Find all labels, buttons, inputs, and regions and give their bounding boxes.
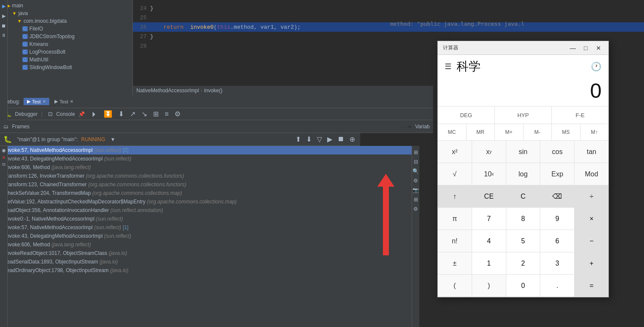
thread-action-filter[interactable]: ▽ (315, 135, 324, 143)
calc-btn-mup[interactable]: M↑ (581, 124, 609, 140)
thread-dropdown-button[interactable]: ▼ (110, 136, 115, 142)
calc-btn-mc[interactable]: MC (438, 124, 466, 140)
panel-icon-settings[interactable]: ⚙ (413, 178, 418, 184)
calc-btn-9[interactable]: 9 (540, 208, 575, 230)
calc-btn-rparen[interactable]: ) (472, 275, 506, 297)
calc-menu-icon[interactable]: ☰ (445, 62, 451, 71)
calc-btn-xy[interactable]: xy (472, 141, 506, 163)
panel-icon-photo[interactable]: 📷 (412, 187, 419, 193)
step-out-button[interactable]: ↗ (128, 109, 137, 119)
stack-frame[interactable]: invoke:43, DelegatingMethodAccessorImpl … (0, 232, 412, 240)
thread-action-play[interactable]: ▶ (325, 135, 334, 143)
calc-btn-log[interactable]: log (506, 163, 541, 185)
console-pin-button[interactable]: 📌 (77, 110, 87, 118)
calc-history-icon[interactable]: 🕐 (591, 61, 602, 72)
calc-minimize-button[interactable]: — (568, 43, 578, 53)
stack-frame[interactable]: transform:126, InvokerTransformer (org.a… (0, 172, 412, 180)
breadcrumb-item[interactable]: invoke() (204, 88, 223, 94)
panel-icon-search[interactable]: 🔍 (412, 168, 419, 174)
calc-btn-shift[interactable]: ↑ (438, 185, 472, 208)
calc-btn-c[interactable]: C (506, 185, 541, 208)
debug-tab-test1[interactable]: ▶ Test ✕ (24, 98, 49, 105)
calc-btn-mr[interactable]: MR (466, 124, 495, 140)
stop-icon[interactable]: ⏹ (1, 23, 6, 28)
calc-btn-ms[interactable]: MS (552, 124, 581, 140)
file-tree-item[interactable]: ▶ main (0, 2, 132, 9)
thread-action-stop[interactable]: ⏹ (336, 135, 346, 143)
calc-btn-6[interactable]: 6 (540, 230, 575, 252)
file-tree-item-fileio[interactable]: G FileIO (0, 25, 132, 33)
calc-btn-10x[interactable]: 10x (472, 163, 506, 185)
calc-btn-sqrt[interactable]: √ (438, 163, 472, 185)
file-tree-item-kmeans[interactable]: G Kmeans (0, 40, 132, 48)
calc-btn-add[interactable]: + (575, 252, 608, 275)
calc-btn-3[interactable]: 3 (540, 252, 575, 275)
panel-icon-copy[interactable]: ⊞ (414, 149, 418, 155)
stack-frame[interactable]: invoke:606, Method (java.lang.reflect) (0, 163, 412, 172)
calc-btn-cos[interactable]: cos (540, 141, 575, 163)
thread-action-down[interactable]: ⬇ (304, 135, 313, 143)
stack-frame[interactable]: invoke:606, Method (java.lang.reflect) (0, 240, 412, 249)
calc-btn-mod[interactable]: Mod (575, 163, 608, 185)
breakpoint-icon[interactable]: ⏸ (1, 33, 6, 38)
stack-frame[interactable]: readOrdinaryObject:1798, ObjectInputStre… (0, 266, 412, 275)
calc-btn-0[interactable]: 0 (506, 275, 541, 297)
evaluate-button[interactable]: ⊞ (151, 109, 160, 119)
file-tree-item-jdbc[interactable]: G JDBCStromTopolog (0, 33, 132, 40)
calc-btn-2[interactable]: 2 (506, 252, 541, 275)
stop-red-icon[interactable]: ✕ (2, 155, 6, 160)
thread-action-up[interactable]: ⬆ (294, 135, 303, 143)
step-over-button[interactable]: ⏵ (89, 109, 99, 119)
calc-btn-divide[interactable]: ÷ (575, 185, 608, 208)
calc-btn-tan[interactable]: tan (575, 141, 608, 163)
frames-button[interactable]: ≡ (163, 109, 170, 119)
tab-close-button[interactable]: ✕ (42, 99, 46, 104)
settings-button[interactable]: ⚙ (173, 109, 182, 119)
calc-btn-xsq[interactable]: x² (438, 141, 472, 163)
stack-frame[interactable]: checkSetValue:204, TransformedMap (org.a… (0, 189, 412, 197)
calc-btn-mminus[interactable]: M- (524, 124, 552, 140)
stack-frame[interactable]: invoke0:-1, NativeMethodAccessorImpl (su… (0, 215, 412, 223)
stack-frame[interactable]: readObject:356, AnnotationInvocationHand… (0, 206, 412, 215)
debug-icon[interactable]: ▶ (2, 13, 6, 19)
file-tree-item[interactable]: ▼ com.imooc.bigdata (0, 17, 132, 25)
calc-btn-hyp[interactable]: HYP (495, 106, 552, 124)
file-tree-item-sliding[interactable]: G SlidingWindowBolt (0, 64, 132, 71)
calc-btn-fe[interactable]: F-E (552, 106, 608, 124)
calc-btn-exp[interactable]: Exp (540, 163, 575, 185)
calc-btn-plusminus[interactable]: ± (438, 252, 472, 275)
tab-close-button[interactable]: ✕ (70, 99, 73, 104)
calc-btn-7[interactable]: 7 (472, 208, 506, 230)
calc-btn-8[interactable]: 8 (506, 208, 541, 230)
stack-frame[interactable]: invokeReadObject:1017, ObjectStreamClass… (0, 249, 412, 257)
bottom-icon-1[interactable]: ◉ (2, 148, 6, 153)
calc-btn-backspace[interactable]: ⌫ (540, 185, 575, 208)
breadcrumb-item[interactable]: NativeMethodAccessorImpl (136, 88, 199, 94)
stack-frame[interactable]: invoke:43, DelegatingMethodAccessorImpl … (0, 154, 412, 163)
calc-btn-sin[interactable]: sin (506, 141, 541, 163)
file-tree-item[interactable]: ▼ java (0, 9, 132, 17)
stack-frame[interactable]: transform:123, ChainedTransformer (org.a… (0, 180, 412, 189)
calc-btn-deg[interactable]: DEG (438, 106, 495, 124)
panel-icon-paste[interactable]: ⊟ (414, 159, 418, 165)
calc-btn-4[interactable]: 4 (472, 230, 506, 252)
calc-btn-mplus[interactable]: M+ (495, 124, 524, 140)
stack-frame[interactable]: invoke:57, NativeMethodAccessorImpl (sun… (0, 223, 412, 232)
console-button[interactable]: ⊡ (46, 110, 54, 118)
calc-btn-subtract[interactable]: − (575, 230, 608, 252)
calc-btn-multiply[interactable]: × (575, 208, 608, 230)
calc-btn-equals[interactable]: = (575, 275, 608, 297)
calc-btn-factorial[interactable]: n! (438, 230, 472, 252)
calc-btn-decimal[interactable]: . (540, 275, 575, 297)
resume-button[interactable]: ⏬ (102, 109, 114, 119)
run-icon[interactable]: ▶ (2, 3, 6, 9)
calc-btn-5[interactable]: 5 (506, 230, 541, 252)
stack-frame[interactable]: invoke:57, NativeMethodAccessorImpl (sun… (0, 146, 412, 154)
calc-btn-pi[interactable]: π (438, 208, 472, 230)
panel-icon-gear[interactable]: ⚙ (413, 206, 418, 212)
stack-frame[interactable]: readSerialData:1893, ObjectInputStream (… (0, 257, 412, 266)
step-into-button[interactable]: ⬇ (117, 109, 126, 119)
panel-icon-grid[interactable]: ⊞ (414, 197, 418, 203)
run-to-cursor-button[interactable]: ↘ (140, 109, 149, 119)
bottom-icon-2[interactable]: St (2, 162, 6, 167)
